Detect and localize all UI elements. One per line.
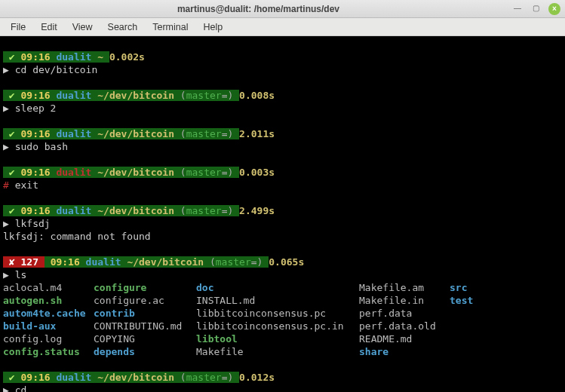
prompt-marker: ▶ (3, 218, 9, 229)
close-button[interactable]: × (548, 3, 560, 15)
window-controls: — ▢ × (512, 3, 560, 15)
terminal-output[interactable]: ✔ 09:16 dualit ~ 0.002s ▶ cd dev/bitcoin… (0, 36, 565, 392)
git-branch: master (186, 128, 222, 139)
check-icon: ✔ (9, 128, 15, 139)
prompt-line: ✔ 09:16 dualit ~/dev/bitcoin (master=) (3, 205, 239, 216)
git-branch: master (186, 372, 222, 383)
menu-help[interactable]: Help (197, 20, 229, 34)
menu-terminal[interactable]: Terminal (146, 20, 194, 34)
ls-item: autogen.sh (3, 294, 94, 307)
prompt-line: ✔ 09:16 dualit ~/dev/bitcoin (master=) (3, 372, 239, 383)
prompt-time: 09:16 (20, 167, 50, 178)
prompt-marker: ▶ (3, 103, 9, 114)
ls-item: libtool (196, 332, 359, 345)
prompt-marker-root: # (3, 179, 9, 191)
prompt-line: 09:16 dualit ~/dev/bitcoin (master=) (45, 256, 269, 268)
ls-item: configure.ac (94, 294, 196, 307)
ls-item: perf.data.old (359, 320, 450, 332)
prompt-path: ~ (97, 51, 103, 63)
command-text: sudo bash (15, 141, 68, 152)
prompt-duration: 0.003s (239, 167, 275, 178)
ls-item: src (450, 282, 467, 293)
prompt-host: dualit (56, 51, 91, 63)
git-branch: master (216, 256, 251, 268)
prompt-path: ~/dev/bitcoin (97, 167, 174, 178)
x-icon: ✘ (9, 256, 15, 268)
check-icon: ✔ (9, 167, 15, 178)
git-branch: master (186, 205, 222, 216)
ls-item: libbitcoinconsensus.pc.in (196, 320, 359, 332)
prompt-path: ~/dev/bitcoin (127, 256, 204, 268)
prompt-time: 09:16 (20, 128, 50, 139)
prompt-path: ~/dev/bitcoin (97, 128, 174, 139)
ls-item: config.log (3, 332, 94, 345)
prompt-error-badge: ✘ 127 (3, 256, 45, 268)
ls-item: build-aux (3, 320, 94, 332)
prompt-path: ~/dev/bitcoin (97, 372, 174, 383)
prompt-path: ~/dev/bitcoin (97, 90, 174, 101)
prompt-duration: 2.499s (239, 205, 275, 216)
menubar: File Edit View Search Terminal Help (0, 18, 565, 36)
ls-item: test (450, 295, 473, 306)
error-output: lkfsdj: command not found (3, 231, 151, 242)
ls-item: COPYING (94, 332, 196, 345)
prompt-time: 09:16 (20, 205, 50, 216)
prompt-marker: ▶ (3, 269, 9, 280)
prompt-host: dualit (56, 128, 91, 139)
window-titlebar: martinus@dualit: /home/martinus/dev — ▢ … (0, 0, 565, 18)
prompt-duration: 2.011s (239, 128, 275, 139)
check-icon: ✔ (9, 372, 15, 383)
prompt-time: 09:16 (20, 90, 50, 101)
ls-item: CONTRIBUTING.md (94, 320, 196, 332)
ls-item: autom4te.cache (3, 307, 94, 320)
exit-code: 127 (20, 256, 38, 268)
ls-item: depends (94, 345, 196, 358)
window-title: martinus@dualit: /home/martinus/dev (5, 4, 512, 14)
prompt-line: ✔ 09:16 dualit ~/dev/bitcoin (master=) (3, 167, 239, 178)
ls-item: share (359, 345, 450, 358)
prompt-duration: 0.002s (109, 51, 145, 63)
prompt-host: dualit (56, 90, 91, 101)
prompt-line: ✔ 09:16 dualit ~/dev/bitcoin (master=) (3, 90, 239, 101)
prompt-marker: ▶ (3, 384, 9, 392)
check-icon: ✔ (9, 205, 15, 216)
prompt-duration: 0.012s (239, 372, 275, 383)
ls-item: Makefile.am (359, 281, 450, 294)
ls-item: contrib (94, 307, 196, 320)
ls-item: aclocal.m4 (3, 281, 94, 294)
ls-item: configure (94, 281, 196, 294)
prompt-time: 09:16 (20, 51, 50, 63)
prompt-time: 09:16 (20, 372, 50, 383)
prompt-host-root: dualit (56, 167, 91, 178)
prompt-host: dualit (56, 372, 91, 383)
ls-item: doc (196, 281, 359, 294)
ls-item: perf.data (359, 307, 450, 320)
menu-edit[interactable]: Edit (35, 20, 63, 34)
command-text: cd .. (15, 384, 45, 392)
ls-item: INSTALL.md (196, 294, 359, 307)
ls-item: README.md (359, 332, 450, 345)
menu-file[interactable]: File (5, 20, 32, 34)
command-text: lkfsdj (15, 218, 51, 229)
git-branch: master (186, 167, 222, 178)
command-text: sleep 2 (15, 103, 57, 114)
ls-item: libbitcoinconsensus.pc (196, 307, 359, 320)
prompt-line: ✔ 09:16 dualit ~ (3, 51, 109, 63)
maximize-button[interactable]: ▢ (530, 3, 541, 14)
command-text: ls (15, 269, 27, 280)
prompt-line: ✔ 09:16 dualit ~/dev/bitcoin (master=) (3, 128, 239, 139)
git-branch: master (186, 90, 222, 101)
command-text: cd dev/bitcoin (15, 64, 98, 75)
minimize-button[interactable]: — (512, 3, 523, 14)
prompt-time: 09:16 (51, 256, 80, 268)
menu-search[interactable]: Search (102, 20, 144, 34)
prompt-marker: ▶ (3, 141, 9, 152)
ls-item: config.status (3, 345, 94, 358)
ls-item: Makefile (196, 345, 359, 358)
check-icon: ✔ (9, 90, 15, 101)
check-icon: ✔ (9, 51, 15, 63)
prompt-duration: 0.065s (269, 256, 304, 268)
menu-view[interactable]: View (66, 20, 99, 34)
ls-item: Makefile.in (359, 294, 450, 307)
prompt-host: dualit (56, 205, 91, 216)
